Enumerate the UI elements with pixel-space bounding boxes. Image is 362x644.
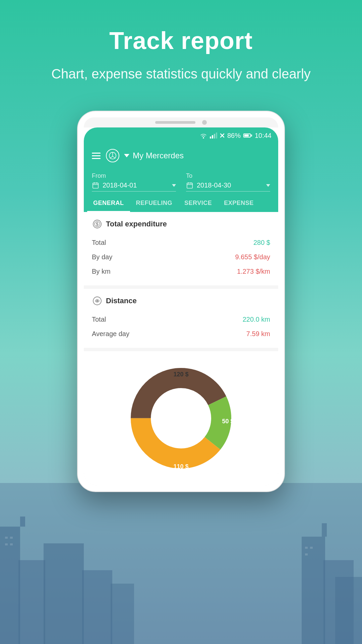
expenditure-total-row: Total 280 $: [92, 235, 270, 250]
tab-refueling[interactable]: REFUELING: [130, 194, 179, 212]
expenditure-bykm-value: 1.273 $/km: [237, 268, 270, 275]
phone-mockup: 86% 10:44: [77, 111, 285, 492]
svg-rect-19: [212, 135, 213, 139]
expenditure-bykm-row: By km 1.273 $/km: [92, 264, 270, 279]
svg-rect-20: [214, 134, 215, 139]
from-label: From: [92, 172, 176, 179]
svg-rect-6: [111, 584, 134, 644]
tab-service[interactable]: SERVICE: [178, 194, 218, 212]
donut-chart: 120 $ 50 $ 110 $: [124, 361, 238, 475]
notch-bar: [155, 121, 195, 124]
from-calendar-icon: [92, 182, 99, 189]
car-name: My Mercerdes: [133, 151, 184, 160]
content-area: $ Total expenditure Total 280 $ By day: [84, 212, 278, 485]
date-range-section: From 2018-04-01 To: [84, 168, 278, 194]
svg-rect-15: [305, 547, 308, 549]
mercedes-star-icon: [109, 152, 117, 160]
svg-text:50 $: 50 $: [222, 418, 234, 425]
svg-rect-14: [10, 543, 13, 545]
svg-rect-9: [322, 523, 327, 537]
from-date-value: 2018-04-01: [103, 181, 167, 189]
to-date-value: 2018-04-30: [197, 181, 261, 189]
donut-chart-card: 120 $ 50 $ 110 $: [84, 351, 278, 485]
tab-expense[interactable]: EXPENSE: [218, 194, 260, 212]
distance-title-row: Distance: [92, 296, 270, 306]
distance-total-value: 220.0 km: [243, 316, 270, 323]
svg-rect-3: [20, 517, 25, 527]
car-selector[interactable]: My Mercerdes: [106, 149, 184, 162]
svg-rect-21: [216, 132, 217, 139]
from-date-input[interactable]: 2018-04-01: [92, 181, 176, 192]
svg-text:$: $: [96, 221, 99, 227]
distance-avgday-value: 7.59 km: [246, 330, 270, 338]
status-icons: 86% 10:44: [200, 132, 272, 140]
expenditure-byday-label: By day: [92, 253, 112, 261]
signal-icon: [210, 132, 217, 139]
expenditure-byday-row: By day 9.655 $/day: [92, 250, 270, 264]
tab-bar: GENERAL REFUELING SERVICE EXPENSE: [84, 194, 278, 212]
svg-rect-13: [5, 543, 8, 545]
svg-rect-28: [93, 183, 99, 188]
to-date-input[interactable]: 2018-04-30: [186, 181, 270, 192]
status-bar: 86% 10:44: [84, 127, 278, 144]
svg-rect-17: [305, 553, 308, 555]
distance-total-label: Total: [92, 316, 106, 323]
hero-subtitle: Chart, expense statistics quickly and cl…: [20, 64, 342, 83]
svg-rect-32: [187, 183, 193, 188]
svg-line-26: [110, 156, 113, 158]
expenditure-total-value: 280 $: [253, 239, 270, 247]
expenditure-total-label: Total: [92, 239, 106, 247]
total-expenditure-card: $ Total expenditure Total 280 $ By day: [84, 212, 278, 285]
distance-title: Distance: [106, 297, 137, 305]
hamburger-menu-button[interactable]: [92, 153, 101, 159]
svg-text:110 $: 110 $: [173, 463, 188, 470]
battery-percent: 86%: [227, 132, 241, 140]
to-date-dropdown-icon: [266, 184, 270, 187]
phone-frame: 86% 10:44: [77, 111, 285, 492]
svg-line-27: [113, 156, 116, 158]
city-skyline: [0, 483, 362, 644]
car-dropdown-arrow-icon: [124, 154, 129, 157]
svg-rect-18: [210, 137, 211, 139]
phone-screen: 86% 10:44: [84, 127, 278, 485]
distance-avgday-row: Average day 7.59 km: [92, 327, 270, 341]
svg-rect-16: [310, 547, 313, 549]
svg-point-44: [152, 389, 210, 448]
hero-title: Track report: [20, 27, 342, 54]
expenditure-icon: $: [92, 219, 103, 229]
hero-section: Track report Chart, expense statistics q…: [0, 0, 362, 97]
svg-point-39: [97, 300, 98, 302]
wifi-icon: [200, 132, 207, 139]
expenditure-title: Total expenditure: [106, 220, 167, 228]
expenditure-title-row: $ Total expenditure: [92, 219, 270, 229]
expenditure-bykm-label: By km: [92, 268, 111, 275]
battery-icon: [243, 133, 252, 138]
distance-avgday-label: Average day: [92, 330, 129, 338]
mercedes-logo: [106, 149, 119, 162]
phone-notch: [84, 117, 278, 127]
from-date-dropdown-icon: [172, 184, 176, 187]
expenditure-byday-value: 9.655 $/day: [235, 253, 270, 261]
to-calendar-icon: [186, 182, 193, 189]
svg-rect-4: [44, 543, 84, 644]
svg-rect-5: [82, 570, 112, 644]
clock: 10:44: [255, 132, 272, 140]
svg-rect-11: [5, 537, 8, 539]
svg-text:120 $: 120 $: [173, 371, 188, 378]
from-date-field[interactable]: From 2018-04-01: [92, 172, 176, 192]
x-icon: [220, 133, 225, 138]
tab-general[interactable]: GENERAL: [87, 194, 130, 212]
to-date-field[interactable]: To 2018-04-30: [186, 172, 270, 192]
svg-rect-10: [335, 577, 362, 644]
svg-rect-12: [10, 537, 13, 539]
svg-rect-7: [302, 537, 325, 644]
app-header: My Mercerdes: [84, 144, 278, 168]
to-label: To: [186, 172, 270, 179]
distance-card: Distance Total 220.0 km Average day 7.59…: [84, 289, 278, 348]
svg-rect-2: [18, 560, 45, 644]
distance-total-row: Total 220.0 km: [92, 312, 270, 327]
distance-icon: [92, 296, 103, 306]
notch-camera: [202, 120, 207, 125]
donut-svg: 120 $ 50 $ 110 $: [124, 361, 238, 475]
